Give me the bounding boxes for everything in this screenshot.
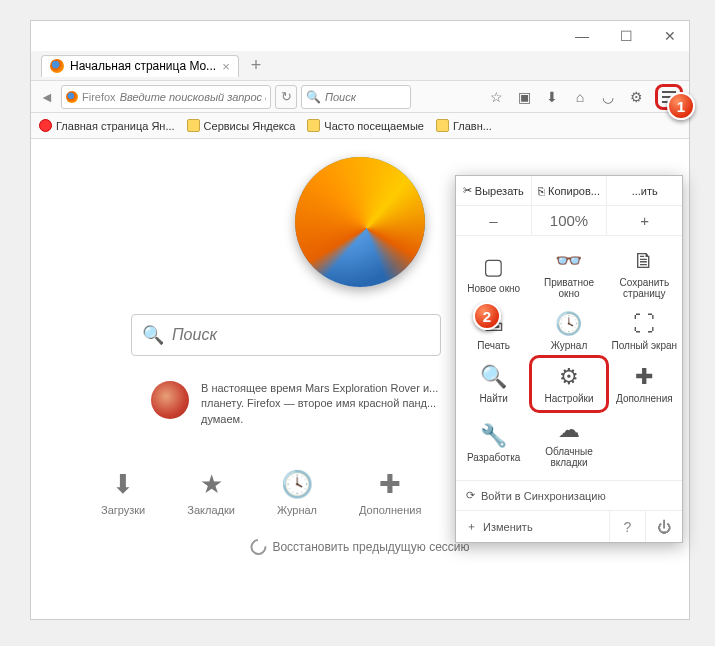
menu-customize[interactable]: ＋Изменить (456, 511, 610, 542)
bookmark-item[interactable]: Часто посещаемые (307, 119, 424, 132)
bookmark-item[interactable]: Сервисы Яндекса (187, 119, 296, 132)
search-icon: 🔍 (306, 90, 321, 104)
tab-strip: Начальная страница Mo... × + (31, 51, 689, 81)
feed-icon[interactable]: ▣ (515, 89, 533, 105)
search-icon: 🔍 (142, 324, 164, 346)
menu-exit[interactable]: ⏻ (646, 511, 682, 542)
paste-button[interactable]: ...ить (607, 176, 682, 205)
menu-developer[interactable]: 🔧Разработка (456, 411, 531, 474)
menu-new-window[interactable]: ▢Новое окно (456, 242, 531, 305)
search-icon: 🔍 (480, 364, 507, 390)
maximize-button[interactable]: ☐ (613, 28, 639, 44)
plus-icon: ＋ (466, 519, 477, 534)
snippet-block: В настоящее время Mars Exploration Rover… (151, 381, 451, 427)
search-input[interactable] (325, 91, 406, 103)
edit-row: ✂Вырезать ⎘Копиров... ...ить (456, 176, 682, 206)
menu-find[interactable]: 🔍Найти (456, 357, 531, 411)
folder-icon (187, 119, 200, 132)
home-icon[interactable]: ⌂ (571, 89, 589, 105)
cloud-icon: ☁ (558, 417, 580, 443)
homepage-search[interactable]: 🔍 (131, 314, 441, 356)
menu-history[interactable]: 🕓Журнал (531, 305, 606, 357)
clock-icon: 🕓 (555, 311, 582, 337)
bookmarks-bar: Главная страница Ян... Сервисы Яндекса Ч… (31, 113, 689, 139)
menu-save-page[interactable]: 🗎Сохранить страницу (607, 242, 682, 305)
url-bar[interactable]: Firefox (61, 85, 271, 109)
gear-icon: ⚙ (559, 364, 579, 390)
new-tab-button[interactable]: + (251, 55, 262, 76)
launcher-addons[interactable]: ✚Дополнения (359, 469, 421, 516)
star-icon: ★ (200, 469, 223, 500)
page-content: 🔍 В настоящее время Mars Exploration Rov… (31, 139, 689, 619)
menu-grid: ▢Новое окно 👓Приватное окно 🗎Сохранить с… (456, 236, 682, 480)
gear-icon[interactable]: ⚙ (627, 89, 645, 105)
menu-fullscreen[interactable]: ⛶Полный экран (607, 305, 682, 357)
menu-private-window[interactable]: 👓Приватное окно (531, 242, 606, 305)
copy-icon: ⎘ (538, 185, 545, 197)
firefox-icon (50, 59, 64, 73)
menu-sync[interactable]: ⟳Войти в Синхронизацию (456, 480, 682, 510)
tab-title: Начальная страница Mo... (70, 59, 216, 73)
mask-icon: 👓 (555, 248, 582, 274)
homepage-search-input[interactable] (172, 326, 430, 344)
sync-icon: ⟳ (466, 489, 475, 502)
search-bar[interactable]: 🔍 (301, 85, 411, 109)
restore-icon (247, 536, 270, 559)
menu-empty (607, 411, 682, 474)
clock-icon: 🕓 (281, 469, 313, 500)
firefox-logo (295, 157, 425, 287)
app-menu-panel: ✂Вырезать ⎘Копиров... ...ить – 100% + ▢Н… (455, 175, 683, 543)
cut-button[interactable]: ✂Вырезать (456, 176, 532, 205)
bookmark-star-icon[interactable]: ☆ (487, 89, 505, 105)
folder-icon (307, 119, 320, 132)
snippet-text: В настоящее время Mars Exploration Rover… (201, 381, 451, 427)
scissors-icon: ✂ (463, 184, 472, 197)
window-icon: ▢ (483, 254, 504, 280)
puzzle-icon: ✚ (379, 469, 401, 500)
bookmark-item[interactable]: Главная страница Ян... (39, 119, 175, 132)
restore-session[interactable]: Восстановить предыдущую сессию (250, 539, 469, 555)
tab-close-icon[interactable]: × (222, 59, 230, 74)
annotation-badge-2: 2 (473, 302, 501, 330)
annotation-badge-1: 1 (667, 92, 695, 120)
url-label: Firefox (82, 91, 116, 103)
puzzle-icon: ✚ (635, 364, 653, 390)
mars-icon (151, 381, 189, 419)
reload-button[interactable]: ↻ (275, 85, 297, 109)
identity-icon (66, 91, 78, 103)
download-icon: ⬇ (112, 469, 134, 500)
minimize-button[interactable]: — (569, 28, 595, 44)
yandex-icon (39, 119, 52, 132)
menu-addons[interactable]: ✚Дополнения (607, 357, 682, 411)
fullscreen-icon: ⛶ (633, 311, 655, 337)
menu-footer: ＋Изменить ? ⏻ (456, 510, 682, 542)
menu-settings[interactable]: ⚙Настройки (529, 355, 608, 413)
zoom-in-button[interactable]: + (607, 206, 682, 235)
zoom-value: 100% (532, 206, 608, 235)
close-button[interactable]: ✕ (657, 28, 683, 44)
page-icon: 🗎 (633, 248, 655, 274)
back-button[interactable]: ◄ (37, 89, 57, 105)
menu-help[interactable]: ? (610, 511, 646, 542)
folder-icon (436, 119, 449, 132)
window-controls: — ☐ ✕ (31, 21, 689, 51)
bookmark-item[interactable]: Главн... (436, 119, 492, 132)
launcher-history[interactable]: 🕓Журнал (277, 469, 317, 516)
toolbar-icons: ☆ ▣ ⬇ ⌂ ◡ ⚙ (487, 84, 683, 110)
copy-button[interactable]: ⎘Копиров... (532, 176, 608, 205)
downloads-icon[interactable]: ⬇ (543, 89, 561, 105)
pocket-icon[interactable]: ◡ (599, 89, 617, 105)
zoom-row: – 100% + (456, 206, 682, 236)
tab-active[interactable]: Начальная страница Mo... × (41, 55, 239, 77)
nav-toolbar: ◄ Firefox ↻ 🔍 ☆ ▣ ⬇ ⌂ ◡ ⚙ (31, 81, 689, 113)
launcher-bookmarks[interactable]: ★Закладки (187, 469, 235, 516)
launcher-downloads[interactable]: ⬇Загрузки (101, 469, 145, 516)
browser-window: — ☐ ✕ Начальная страница Mo... × + ◄ Fir… (30, 20, 690, 620)
wrench-icon: 🔧 (480, 423, 507, 449)
zoom-out-button[interactable]: – (456, 206, 532, 235)
url-input[interactable] (120, 91, 266, 103)
menu-cloud-tabs[interactable]: ☁Облачные вкладки (531, 411, 606, 474)
